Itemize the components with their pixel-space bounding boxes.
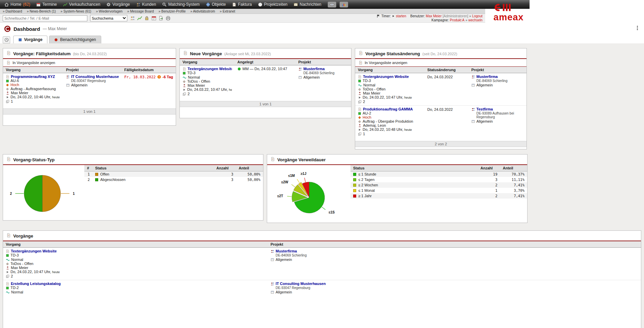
panel-title: Vorgänge: Fälligkeitsdatum [13, 51, 71, 56]
nav-item-faktura[interactable]: Faktura [229, 1, 255, 8]
projekt-link[interactable]: Musterfirma [476, 75, 498, 79]
warn-icon [157, 75, 161, 79]
nav-item-vorg-nge[interactable]: Vorgänge [103, 1, 133, 8]
panel-header: Vorgang-Status-Typ [3, 155, 263, 165]
people-button[interactable] [130, 16, 135, 21]
options-menu-button[interactable] [635, 25, 640, 30]
projekt-link[interactable]: Musterfirma [276, 249, 297, 253]
breadcrumb-item-wiedervorlagen[interactable]: » Wiedervorlagen [96, 9, 122, 13]
overdue-days: -6 Tage [163, 75, 173, 79]
quick-view-button[interactable] [328, 2, 336, 7]
projekt-link[interactable]: IT Consulting Musterhausen [71, 75, 119, 79]
search-schema-select[interactable]: Suchschema [90, 15, 127, 21]
projekt-address: DE-84069 Schierling [303, 71, 348, 75]
printer-button[interactable] [166, 16, 171, 21]
projekt-link[interactable]: Musterfirma [303, 67, 325, 71]
app-header: Home(62)TermineVerkaufschancenVorgängeKu… [0, 0, 644, 23]
panel-title: Vorgang-Status-Typ [13, 157, 55, 162]
vorgang-link[interactable]: Textergänzungen Website [188, 67, 232, 71]
user-role: [Administratoren] [443, 14, 468, 18]
calendar-icon [151, 16, 156, 21]
tab-benachrichtigungen[interactable]: Benachrichtigungen [49, 36, 101, 43]
column-header-vorgang: Vorgang [180, 59, 235, 65]
sq-icon [6, 254, 9, 257]
table-row: Textergänzungen WebsiteTD-3NormalToDos -… [355, 73, 527, 106]
diamond-icon [6, 262, 9, 266]
panel-neue-vorgaenge: Neue Vorgänge (Anlage seit Mi, 23.03.202… [179, 48, 351, 118]
invoice-icon [232, 2, 236, 7]
status-typ-pie-chart: 12 [3, 165, 84, 219]
tab-vorg-nge[interactable]: Vorgänge [13, 36, 47, 43]
projekt-address: DE-93047 Regensburg [276, 286, 638, 290]
ball-icon [237, 67, 241, 71]
panel-title: Neue Vorgänge [190, 51, 222, 56]
breadcrumb-item-dashboard[interactable]: » Dashboard [3, 9, 22, 13]
table-row: Produktionsauftrag GAMMAAU-2HochAuftrag … [355, 106, 527, 138]
play-icon [183, 88, 186, 91]
table-row: Erstellung LeistungskatalogTD-2NormalIT … [3, 280, 641, 296]
campaign-switch-link[interactable]: wechseln [468, 18, 482, 22]
user-label: Benutzer: [410, 14, 425, 18]
transfer-button[interactable] [158, 16, 164, 21]
sq-icon [358, 112, 361, 115]
nav-item-objekte[interactable]: Objekte [203, 1, 229, 8]
nav-item-matching-system[interactable]: Matching-System [159, 1, 203, 8]
user-link[interactable]: Max Meier [426, 14, 442, 18]
people-icon [136, 2, 141, 7]
timer-start-link[interactable]: starten [396, 14, 406, 18]
verweildauer-legend-table: StatusAnzahlAnteil≤ 1 Stunde1970,37%≤ 2 … [350, 165, 527, 199]
panel-statusaenderung: Vorgänge Statusänderung (seit Do, 24.03.… [355, 48, 527, 149]
history-clock-button[interactable] [3, 36, 10, 43]
copies-icon [183, 92, 186, 96]
svg-text:≥1J: ≥1J [301, 172, 306, 176]
globe-icon [206, 2, 210, 7]
panel-header: Vorgänge [3, 231, 641, 241]
breadcrumb-item-aktivit-tsstrom[interactable]: » Aktivitätsstrom [190, 9, 215, 13]
breadcrumb-item-news-bereich-1[interactable]: » News-Bereich (1) [27, 9, 56, 13]
nav-item-kunden[interactable]: Kunden [133, 1, 159, 8]
projekt-link[interactable]: IT Consulting Musterhausen [276, 282, 326, 286]
logout-link[interactable]: Logout [472, 14, 482, 18]
doc-icon [358, 107, 362, 111]
doc-icon [6, 157, 11, 161]
vorgang-link[interactable]: Textergänzungen Website [11, 249, 57, 253]
breadcrumb-item-extranet[interactable]: » Extranet [220, 9, 235, 13]
line-chart-button[interactable] [137, 16, 142, 21]
column-header-status-nderung: Statusänderung [425, 67, 469, 73]
nav-item-nachrichten[interactable]: Nachrichten [291, 1, 324, 8]
nav-item-projektzeiten[interactable]: Projektzeiten [255, 1, 291, 8]
vorgang-link[interactable]: Erstellung Leistungskatalog [11, 282, 61, 286]
wave-icon [6, 290, 10, 294]
top-navigation: Home(62)TermineVerkaufschancenVorgängeKu… [0, 0, 530, 9]
breadcrumb-item-system-news-61[interactable]: » System-News (61) [61, 9, 91, 13]
show-in-list-link[interactable]: In Vorgangsliste anzeigen [355, 59, 527, 67]
search-input[interactable] [3, 15, 87, 21]
page-header: Dashboard — Max Meier [0, 23, 644, 34]
ameax-logo: ameax [490, 3, 527, 22]
calendar-button[interactable] [151, 16, 156, 21]
vorgang-link[interactable]: Programmierauftrag XYZ [11, 75, 55, 79]
vorgang-link[interactable]: Textergänzungen Website [363, 75, 409, 79]
campaign-link[interactable]: Produkt A [450, 18, 464, 22]
breadcrumb-item-benutzer-profile[interactable]: » Benutzer-Profile [158, 9, 186, 13]
diamond-icon [358, 120, 361, 123]
nav-item-termine[interactable]: Termine [33, 1, 60, 8]
breadcrumb-item-message-board[interactable]: » Message Board [127, 9, 154, 13]
panel-verweildauer-chart: Vorgänge Verweildauer ≤1S≤2T≤2W≤1M≥1J St… [267, 154, 528, 223]
diamond-icon [6, 87, 9, 91]
panel-faelligkeitsdatum: Vorgänge: Fälligkeitsdatum (bis Do, 24.0… [3, 48, 176, 126]
nav-item-verkaufschancen[interactable]: Verkaufschancen [60, 1, 103, 8]
show-in-list-link[interactable]: In Vorgangsliste anzeigen [3, 59, 176, 67]
sq-icon [6, 79, 9, 83]
window-icon [66, 83, 70, 87]
statistics-button[interactable] [340, 2, 348, 7]
clock-icon [4, 38, 9, 42]
separator: » [469, 14, 471, 18]
eye-icon [330, 2, 334, 7]
sq-icon [6, 286, 9, 290]
vorgang-link[interactable]: Produktionsauftrag GAMMA [363, 107, 413, 111]
nav-item-home[interactable]: Home(62) [1, 1, 33, 8]
projekt-link[interactable]: Testfirma [476, 107, 493, 111]
person-icon [183, 84, 186, 87]
lock-button[interactable] [144, 16, 149, 21]
